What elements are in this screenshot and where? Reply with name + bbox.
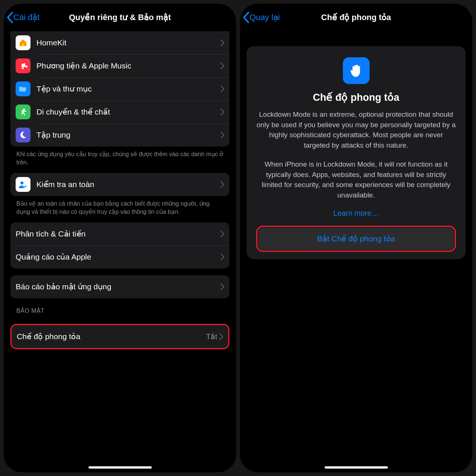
row-label: Phân tích & Cải tiến [16,229,221,238]
nav-bar: Quay lại Chế độ phong tỏa [240,4,472,31]
row-analytics[interactable]: Phân tích & Cải tiến [10,222,229,245]
privacy-report-group: Báo cáo bảo mật ứng dụng [10,275,229,298]
section-header-security: BẢO MẬT [10,298,229,317]
safety-check-group: Kiểm tra an toàn [10,173,229,196]
learn-more-link[interactable]: Learn more… [333,209,379,218]
nav-bar: Cài đặt Quyền riêng tư & Bảo mật [4,4,236,31]
row-app-privacy-report[interactable]: Báo cáo bảo mật ứng dụng [10,275,229,298]
safety-check-icon [16,177,30,192]
back-button[interactable]: Cài đặt [6,10,40,25]
card-paragraph-2: When iPhone is in Lockdown Mode, it will… [256,159,456,200]
privacy-settings-screen: Cài đặt Quyền riêng tư & Bảo mật HomeKit [4,4,236,472]
row-label: Tập trung [36,131,221,139]
enable-highlight: Bật Chế độ phong tỏa [256,226,456,252]
row-label: Tệp và thư mục [36,84,221,93]
row-files-folders[interactable]: Tệp và thư mục [10,77,229,100]
fitness-icon [16,104,30,119]
lockdown-mode-screen: Quay lại Chế độ phong tỏa Chế độ phong t… [240,4,472,472]
row-motion-fitness[interactable]: Di chuyển & thể chất [10,100,229,123]
music-icon [16,58,30,73]
svg-point-2 [20,181,23,184]
chevron-right-icon [219,333,223,340]
row-focus[interactable]: Tập trung [10,123,229,147]
row-media-music[interactable]: Phương tiện & Apple Music [10,54,229,77]
row-homekit[interactable]: HomeKit [10,31,229,54]
chevron-right-icon [221,231,224,237]
row-label: HomeKit [36,38,221,47]
chevron-right-icon [221,86,224,92]
home-indicator[interactable] [325,466,388,469]
row-safety-check[interactable]: Kiểm tra an toàn [10,173,229,196]
row-label: Báo cáo bảo mật ứng dụng [16,282,221,291]
chevron-left-icon [7,12,13,23]
row-value: Tắt [206,332,217,341]
analytics-group: Phân tích & Cải tiến Quảng cáo của Apple [10,222,229,268]
chevron-right-icon [221,254,224,260]
settings-list: HomeKit Phương tiện & Apple Music Tệp và… [4,31,236,472]
chevron-right-icon [221,181,224,188]
chevron-right-icon [221,62,224,69]
card-title: Chế độ phong tỏa [256,91,456,103]
app-access-group: HomeKit Phương tiện & Apple Music Tệp và… [10,31,229,147]
hand-icon [343,57,370,84]
lockdown-group: Chế độ phong tỏa Tắt [10,324,229,349]
chevron-right-icon [221,132,224,138]
back-label: Cài đặt [13,13,39,22]
enable-lockdown-button[interactable]: Bật Chế độ phong tỏa [258,228,454,250]
row-label: Di chuyển & thể chất [36,107,221,116]
moon-icon [16,128,30,142]
row-label: Phương tiện & Apple Music [36,61,221,70]
home-indicator[interactable] [89,466,152,469]
back-label: Quay lại [250,13,280,22]
chevron-right-icon [221,283,224,290]
chevron-left-icon [243,12,250,23]
svg-rect-0 [22,44,24,46]
lockdown-content: Chế độ phong tỏa Lockdown Mode is an ext… [240,31,472,472]
folder-icon [16,81,30,96]
row-label: Quảng cáo của Apple [16,253,221,261]
group-footer: Bảo vệ an toàn cá nhân của bạn bằng cách… [10,196,229,216]
row-label: Chế độ phong tỏa [17,332,206,341]
homekit-icon [16,35,30,50]
chevron-right-icon [221,39,224,46]
back-button[interactable]: Quay lại [242,10,280,25]
chevron-right-icon [221,109,224,115]
row-label: Kiểm tra an toàn [36,180,221,189]
group-footer: Khi các ứng dụng yêu cầu truy cập, chúng… [10,147,229,166]
lockdown-card: Chế độ phong tỏa Lockdown Mode is an ext… [247,46,466,259]
row-apple-ads[interactable]: Quảng cáo của Apple [10,245,229,268]
row-lockdown-mode[interactable]: Chế độ phong tỏa Tắt [12,325,228,348]
card-paragraph-1: Lockdown Mode is an extreme, optional pr… [256,109,456,150]
